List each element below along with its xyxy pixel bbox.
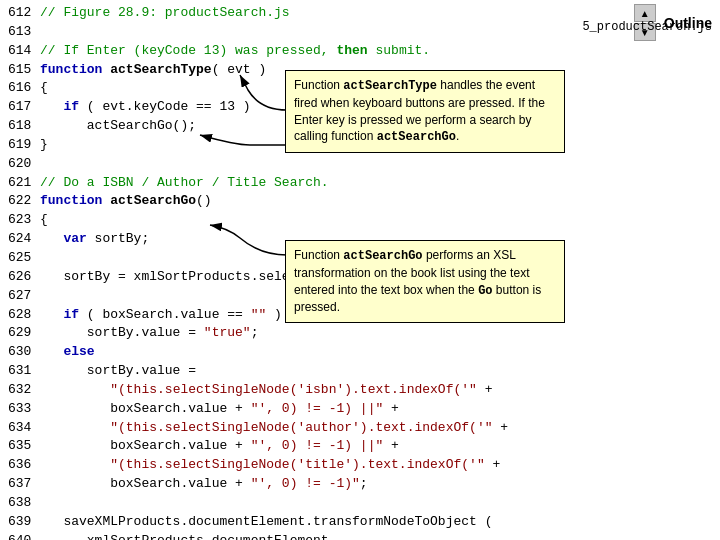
- line-622: 622 function actSearchGo(): [8, 192, 712, 211]
- line-634: 634 "(this.selectSingleNode('author').te…: [8, 419, 712, 438]
- line-633: 633 boxSearch.value + "', 0) != -1) ||" …: [8, 400, 712, 419]
- line-639: 639 saveXMLProducts.documentElement.tran…: [8, 513, 712, 532]
- tooltip2-text: Function actSearchGo performs an XSL tra…: [294, 248, 541, 314]
- line-620: 620: [8, 155, 712, 174]
- line-623: 623 {: [8, 211, 712, 230]
- line-635: 635 boxSearch.value + "', 0) != -1) ||" …: [8, 437, 712, 456]
- line-640: 640 xmlSortProducts.documentElement,: [8, 532, 712, 540]
- line-630: 630 else: [8, 343, 712, 362]
- line-629: 629 sortBy.value = "true";: [8, 324, 712, 343]
- tooltip-actSearchType: Function actSearchType handles the event…: [285, 70, 565, 153]
- line-632: 632 "(this.selectSingleNode('isbn').text…: [8, 381, 712, 400]
- line-636: 636 "(this.selectSingleNode('title').tex…: [8, 456, 712, 475]
- line-637: 637 boxSearch.value + "', 0) != -1)";: [8, 475, 712, 494]
- line-638: 638: [8, 494, 712, 513]
- file-label: 5_productSearch.js: [582, 20, 712, 34]
- line-631: 631 sortBy.value =: [8, 362, 712, 381]
- line-621: 621 // Do a ISBN / Author / Title Search…: [8, 174, 712, 193]
- line-614: 614 // If Enter (keyCode 13) was pressed…: [8, 42, 712, 61]
- tooltip-actSearchGo: Function actSearchGo performs an XSL tra…: [285, 240, 565, 323]
- tooltip1-text: Function actSearchType handles the event…: [294, 78, 545, 143]
